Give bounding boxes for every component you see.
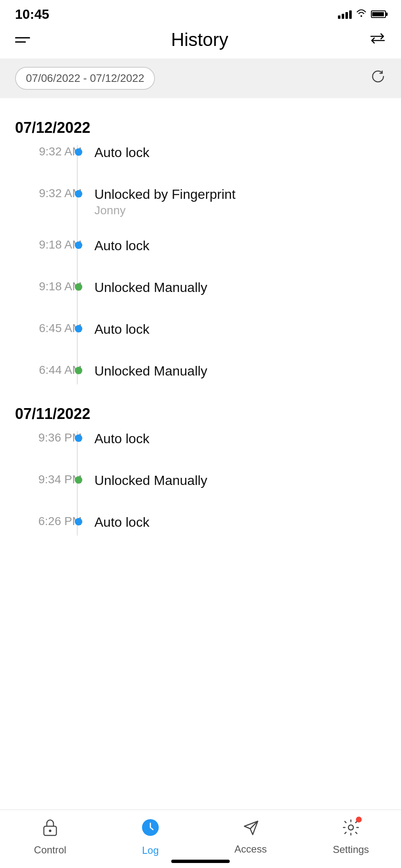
event-content: Unlocked Manually xyxy=(90,363,207,379)
event-title: Auto lock xyxy=(94,238,150,254)
event-subtitle: Jonny xyxy=(94,204,236,217)
event-content: Unlocked Manually xyxy=(90,473,207,488)
event-dot xyxy=(75,367,82,374)
status-bar: 10:45 xyxy=(0,0,401,25)
lock-icon xyxy=(41,818,59,841)
date-filter-bar: 07/06/2022 - 07/12/2022 xyxy=(0,58,401,98)
nav-label-settings: Settings xyxy=(333,844,369,855)
bottom-nav: Control Log Access Settin xyxy=(0,810,401,868)
clock-icon xyxy=(140,817,160,841)
list-item: 6:45 AM Auto lock xyxy=(90,322,386,343)
event-time: 6:26 PM xyxy=(15,515,82,528)
battery-icon xyxy=(371,10,386,18)
event-dot xyxy=(75,434,82,442)
svg-point-3 xyxy=(348,825,353,830)
event-content: Auto lock xyxy=(90,322,150,337)
send-icon xyxy=(242,819,259,840)
home-indicator xyxy=(171,860,230,863)
timeline-line-1 xyxy=(77,145,78,384)
event-content: Auto lock xyxy=(90,145,150,160)
event-title: Unlocked Manually xyxy=(94,363,207,379)
event-title: Unlocked Manually xyxy=(94,280,207,295)
list-item: 9:32 AM Auto lock xyxy=(90,145,386,166)
nav-item-control[interactable]: Control xyxy=(25,818,75,856)
event-dot xyxy=(75,148,82,156)
status-icons xyxy=(338,9,386,20)
event-title: Auto lock xyxy=(94,145,150,160)
event-content: Auto lock xyxy=(90,431,150,447)
page-title: History xyxy=(171,29,228,50)
event-content: Auto lock xyxy=(90,238,150,254)
date-range-picker[interactable]: 07/06/2022 - 07/12/2022 xyxy=(15,67,155,90)
event-dot xyxy=(75,241,82,249)
list-item: 9:18 AM Auto lock xyxy=(90,238,386,259)
list-item: 9:32 AM Unlocked by Fingerprint Jonny xyxy=(90,187,386,217)
timeline-section-1: 9:32 AM Auto lock 9:32 AM Unlocked by Fi… xyxy=(15,145,386,384)
list-item: 6:26 PM Auto lock xyxy=(90,515,386,536)
event-time: 9:36 PM xyxy=(15,431,82,444)
status-time: 10:45 xyxy=(15,7,49,22)
notification-dot xyxy=(356,817,362,822)
event-content: Unlocked Manually xyxy=(90,280,207,295)
event-time: 9:32 AM xyxy=(15,145,82,158)
date-section-header-2: 07/11/2022 xyxy=(15,405,386,423)
event-time: 6:45 AM xyxy=(15,322,82,335)
timeline-section-2: 9:36 PM Auto lock 9:34 PM Unlocked Manua… xyxy=(15,431,386,536)
event-title: Unlocked by Fingerprint xyxy=(94,187,236,202)
event-title: Auto lock xyxy=(94,322,150,337)
nav-item-log[interactable]: Log xyxy=(125,817,175,856)
event-title: Auto lock xyxy=(94,515,150,530)
hamburger-line-1 xyxy=(15,37,30,38)
list-item: 9:34 PM Unlocked Manually xyxy=(90,473,386,494)
signal-icon xyxy=(338,10,352,19)
event-time: 9:34 PM xyxy=(15,473,82,486)
event-dot xyxy=(75,325,82,332)
event-time: 9:18 AM xyxy=(15,280,82,293)
date-section-header-1: 07/12/2022 xyxy=(15,119,386,137)
event-content: Auto lock xyxy=(90,515,150,530)
refresh-button[interactable] xyxy=(370,69,386,88)
list-item: 6:44 AM Unlocked Manually xyxy=(90,363,386,384)
event-dot xyxy=(75,476,82,484)
nav-label-access: Access xyxy=(234,843,266,855)
list-item: 9:36 PM Auto lock xyxy=(90,431,386,452)
content-area: 07/12/2022 9:32 AM Auto lock 9:32 AM Unl… xyxy=(0,98,401,640)
menu-button[interactable] xyxy=(15,37,30,43)
event-dot xyxy=(75,190,82,198)
nav-item-settings[interactable]: Settings xyxy=(326,818,376,855)
event-dot xyxy=(75,283,82,291)
wifi-icon xyxy=(356,9,367,20)
nav-label-control: Control xyxy=(34,844,66,856)
event-content: Unlocked by Fingerprint Jonny xyxy=(90,187,236,217)
event-time: 9:18 AM xyxy=(15,238,82,251)
event-time: 9:32 AM xyxy=(15,187,82,200)
nav-item-access[interactable]: Access xyxy=(226,819,276,855)
event-title: Auto lock xyxy=(94,431,150,447)
hamburger-line-2 xyxy=(15,41,26,43)
nav-label-log: Log xyxy=(142,845,159,856)
gear-icon xyxy=(342,818,360,840)
event-time: 6:44 AM xyxy=(15,363,82,377)
event-title: Unlocked Manually xyxy=(94,473,207,488)
header: History xyxy=(0,25,401,58)
svg-point-1 xyxy=(49,830,51,832)
event-dot xyxy=(75,518,82,525)
transfer-button[interactable] xyxy=(369,31,386,48)
list-item: 9:18 AM Unlocked Manually xyxy=(90,280,386,301)
